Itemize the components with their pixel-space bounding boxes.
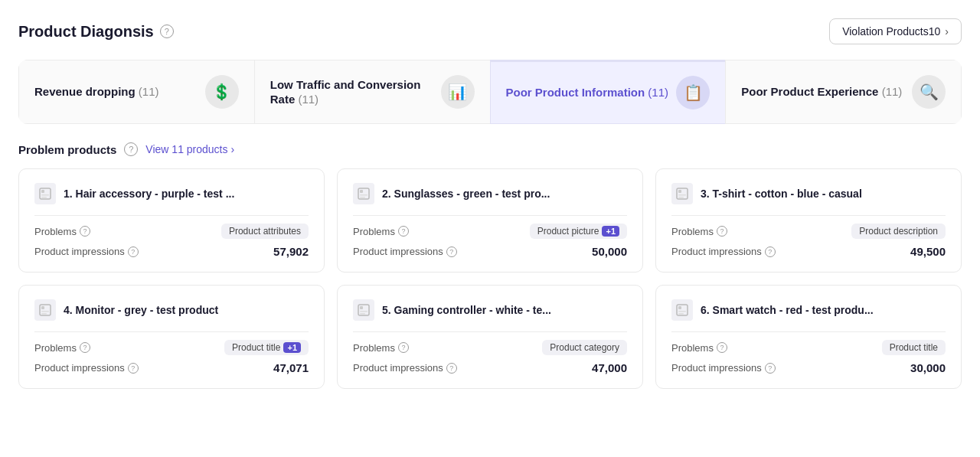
tab-icon-revenue: 💲 — [205, 75, 239, 109]
problems-row: Problems ? Product category — [353, 340, 627, 355]
product-thumbnail — [34, 299, 56, 321]
svg-rect-18 — [360, 311, 368, 312]
problems-row: Problems ? Product picture +1 — [353, 224, 627, 239]
product-card-3: 3. T-shirt - cotton - blue - casual Prob… — [655, 168, 962, 273]
product-card-2: 2. Sunglasses - green - test pro... Prob… — [337, 168, 643, 273]
impressions-row: Product impressions ? 49,500 — [671, 245, 946, 258]
product-name: 4. Monitor - grey - test product — [64, 304, 218, 316]
problems-row: Problems ? Product description — [671, 224, 946, 239]
problem-badge: Product title — [882, 340, 946, 355]
tab-label-experience: Poor Product Experience (11) — [741, 84, 902, 100]
product-thumbnail — [353, 183, 374, 204]
section-title: Problem products — [18, 143, 116, 156]
chevron-right-icon: › — [945, 25, 949, 38]
page-title: Product Diagonsis — [18, 23, 154, 41]
tab-label-traffic: Low Traffic and Conversion Rate (11) — [270, 77, 441, 107]
impressions-value: 47,000 — [592, 361, 627, 374]
violation-products-button[interactable]: Violation Products10 › — [829, 18, 962, 44]
problem-badge: Product category — [542, 340, 627, 355]
impressions-value: 30,000 — [910, 361, 946, 374]
impressions-row: Product impressions ? 50,000 — [353, 245, 627, 258]
product-name: 2. Sunglasses - green - test pro... — [382, 188, 550, 200]
product-name: 6. Smart watch - red - test produ... — [701, 304, 874, 316]
problems-help-icon[interactable]: ? — [717, 342, 727, 353]
tab-card-info[interactable]: Poor Product Information (11) 📋 — [490, 60, 726, 124]
product-card-1: 1. Hair accessory - purple - test ... Pr… — [18, 168, 325, 273]
product-header: 2. Sunglasses - green - test pro... — [353, 183, 627, 204]
problems-help-icon[interactable]: ? — [398, 226, 409, 237]
impressions-label: Product impressions ? — [353, 246, 457, 257]
problem-badge: Product picture +1 — [530, 224, 627, 239]
product-header: 6. Smart watch - red - test produ... — [671, 299, 946, 321]
tab-icon-traffic: 📊 — [441, 75, 475, 109]
impressions-value: 47,071 — [273, 361, 309, 374]
product-name: 3. T-shirt - cotton - blue - casual — [701, 188, 862, 200]
problems-help-icon[interactable]: ? — [80, 342, 90, 353]
tab-card-experience[interactable]: Poor Product Experience (11) 🔍 — [725, 60, 962, 124]
impressions-help-icon[interactable]: ? — [446, 246, 457, 257]
problems-row: Problems ? Product attributes — [34, 224, 309, 239]
problem-badge: Product attributes — [221, 224, 309, 239]
impressions-label: Product impressions ? — [353, 362, 457, 374]
svg-rect-5 — [360, 190, 363, 193]
impressions-value: 50,000 — [592, 245, 627, 258]
impressions-help-icon[interactable]: ? — [765, 363, 776, 374]
tab-card-revenue[interactable]: Revenue dropping (11) 💲 — [18, 60, 254, 124]
impressions-help-icon[interactable]: ? — [446, 363, 457, 374]
svg-rect-6 — [360, 194, 368, 196]
problems-row: Problems ? Product title — [671, 340, 946, 355]
problems-label: Problems ? — [671, 342, 727, 354]
section-help-icon[interactable]: ? — [124, 142, 138, 156]
chevron-right-icon: › — [231, 143, 235, 155]
divider — [353, 331, 627, 332]
tab-card-traffic[interactable]: Low Traffic and Conversion Rate (11) 📊 — [254, 60, 490, 124]
product-card-5: 5. Gaming controller - white - te... Pro… — [337, 285, 643, 389]
svg-rect-1 — [41, 190, 44, 193]
product-header: 1. Hair accessory - purple - test ... — [34, 183, 309, 204]
product-thumbnail — [34, 183, 56, 204]
svg-rect-15 — [41, 313, 47, 315]
divider — [671, 215, 946, 216]
tab-cards: Revenue dropping (11) 💲 Low Traffic and … — [18, 60, 962, 124]
violation-btn-label: Violation Products10 — [842, 25, 940, 38]
impressions-help-icon[interactable]: ? — [128, 363, 139, 374]
svg-rect-9 — [678, 190, 681, 193]
product-name: 5. Gaming controller - white - te... — [382, 304, 551, 316]
product-grid: 1. Hair accessory - purple - test ... Pr… — [18, 168, 962, 389]
problems-label: Problems ? — [353, 226, 409, 237]
tab-label-revenue: Revenue dropping (11) — [34, 84, 159, 100]
impressions-help-icon[interactable]: ? — [765, 246, 776, 257]
impressions-label: Product impressions ? — [671, 362, 776, 374]
product-thumbnail — [353, 299, 374, 321]
problems-label: Problems ? — [34, 342, 90, 354]
svg-rect-11 — [678, 197, 684, 198]
problems-row: Problems ? Product title +1 — [34, 340, 309, 355]
title-help-icon[interactable]: ? — [160, 24, 174, 38]
impressions-label: Product impressions ? — [34, 362, 139, 374]
impressions-label: Product impressions ? — [34, 246, 139, 257]
section-header: Problem products ? View 11 products › — [18, 142, 962, 156]
impressions-value: 57,902 — [273, 245, 309, 258]
problems-help-icon[interactable]: ? — [80, 226, 90, 237]
badge-plus: +1 — [283, 342, 301, 353]
product-name: 1. Hair accessory - purple - test ... — [64, 188, 234, 200]
svg-rect-7 — [360, 197, 365, 198]
product-card-6: 6. Smart watch - red - test produ... Pro… — [655, 285, 962, 389]
view-products-link[interactable]: View 11 products › — [145, 143, 234, 155]
problems-label: Problems ? — [671, 226, 727, 237]
impressions-help-icon[interactable]: ? — [128, 246, 139, 257]
impressions-row: Product impressions ? 47,071 — [34, 361, 309, 374]
tab-icon-info: 📋 — [676, 76, 710, 109]
impressions-row: Product impressions ? 47,000 — [353, 361, 627, 374]
badge-plus: +1 — [602, 226, 619, 237]
tab-icon-experience: 🔍 — [912, 75, 946, 109]
page-header: Product Diagonsis ? Violation Products10… — [18, 18, 962, 44]
problems-help-icon[interactable]: ? — [717, 226, 727, 237]
product-header: 4. Monitor - grey - test product — [34, 299, 309, 321]
divider — [353, 215, 627, 216]
problems-label: Problems ? — [34, 226, 90, 237]
divider — [34, 215, 309, 216]
svg-rect-17 — [360, 306, 363, 309]
impressions-value: 49,500 — [910, 245, 946, 258]
problems-help-icon[interactable]: ? — [398, 342, 409, 353]
